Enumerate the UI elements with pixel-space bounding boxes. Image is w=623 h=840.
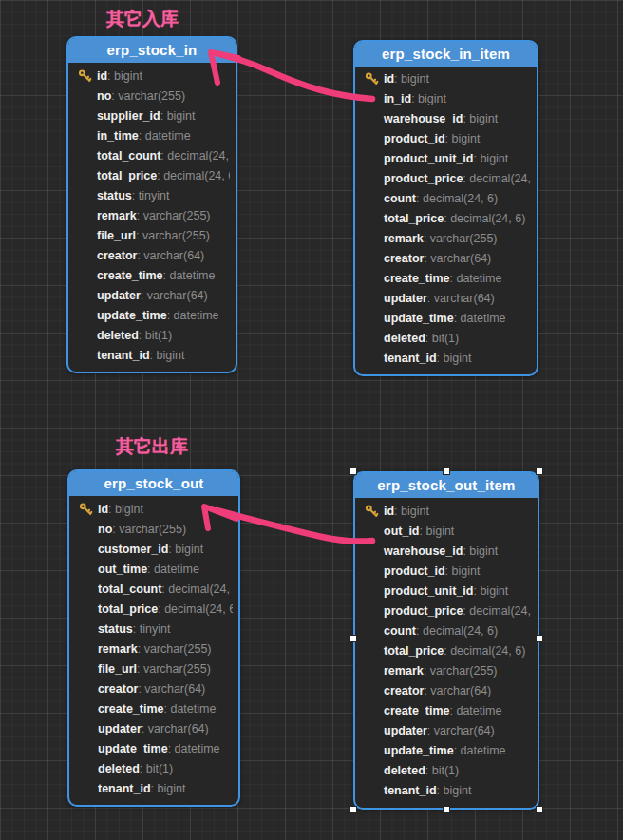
- selection-handle-e[interactable]: [536, 635, 543, 642]
- arrow-stock-in-item-to-stock-in[interactable]: [211, 52, 372, 99]
- relation-arrows-layer: [0, 0, 623, 840]
- selection-handle-n[interactable]: [443, 468, 450, 475]
- selection-handle-nw[interactable]: [349, 468, 357, 475]
- selection-handle-ne[interactable]: [536, 468, 543, 475]
- selection-handle-sw[interactable]: [349, 806, 357, 813]
- diagram-canvas[interactable]: 其它入库 其它出库 erp_stock_in id: bigintno: var…: [0, 0, 623, 840]
- arrow-stock-out-item-to-stock-out[interactable]: [204, 506, 372, 542]
- selection-handle-s[interactable]: [443, 806, 450, 813]
- selection-handle-w[interactable]: [349, 635, 357, 642]
- selection-handle-se[interactable]: [536, 806, 543, 813]
